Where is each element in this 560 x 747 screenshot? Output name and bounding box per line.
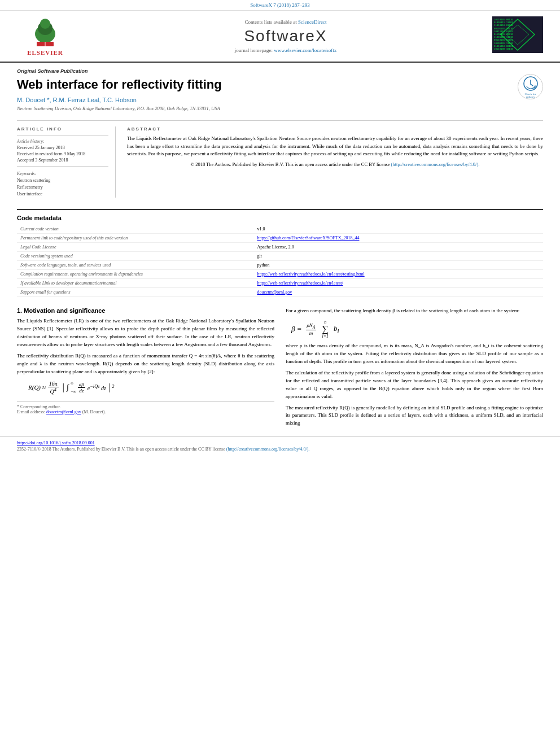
abstract-text: The Liquids Reflectometer at Oak Ridge N… bbox=[127, 135, 543, 158]
article-type: Original Software Publication bbox=[17, 68, 543, 74]
journal-homepage: journal homepage: www.elsevier.com/locat… bbox=[79, 47, 492, 53]
section1-title: 1. Motivation and significance bbox=[17, 307, 274, 314]
metadata-value-compilation: https://web-reflectivity.readthedocs.io/… bbox=[253, 270, 543, 279]
keyword-1: Neutron scattering bbox=[17, 177, 108, 184]
metadata-label-languages: Software code languages, tools, and serv… bbox=[17, 261, 253, 270]
metadata-label-compilation: Compilation requirements, operating envi… bbox=[17, 270, 253, 279]
check-for-updates-badge: Check forupdates bbox=[518, 74, 543, 99]
article-info-heading: ARTICLE INFO bbox=[17, 126, 108, 132]
metadata-value-docs: https://web-reflectivity.readthedocs.io/… bbox=[253, 279, 543, 288]
right-para3: The calculation of the reflectivity prof… bbox=[286, 369, 543, 401]
divider-keywords bbox=[17, 166, 108, 167]
received-date: Received 25 January 2018 bbox=[17, 145, 108, 150]
article-title: Web interface for reflectivity fitting bbox=[17, 77, 518, 92]
section1-para1: The Liquids Reflectometer (LR) is one of… bbox=[17, 317, 274, 349]
metadata-label-vcs: Code versioning system used bbox=[17, 252, 253, 261]
right-para2: where ρ is the mass density of the compo… bbox=[286, 342, 543, 366]
formula-fraction: 16π Q4 bbox=[48, 381, 59, 395]
metadata-label-email: Support email for questions bbox=[17, 288, 253, 297]
metadata-row-compilation: Compilation requirements, operating envi… bbox=[17, 270, 543, 279]
divider-1 bbox=[17, 120, 543, 121]
article-body: Original Software Publication Web interf… bbox=[0, 68, 560, 431]
formula-rq: R(Q) ≈ 16π Q4 | ∫ ∞ −∞ dβ dz bbox=[28, 381, 274, 395]
svg-point-3 bbox=[40, 19, 50, 29]
metadata-row-docs: If available Link to developer documenta… bbox=[17, 279, 543, 288]
doi-anchor[interactable]: https://doi.org/10.1016/j.softx.2018.09.… bbox=[17, 440, 95, 445]
metadata-value-license: Apache License, 2.0 bbox=[253, 243, 543, 252]
section1-para2: The reflectivity distribution R(Q) is me… bbox=[17, 352, 274, 376]
metadata-row-license: Legal Code License Apache License, 2.0 bbox=[17, 243, 543, 252]
metadata-value-languages: python bbox=[253, 261, 543, 270]
keywords-label: Keywords: bbox=[17, 171, 108, 176]
authors: M. Doucet *, R.M. Ferraz Leal, T.C. Hobs… bbox=[17, 97, 518, 103]
section1-number: 1. bbox=[17, 307, 22, 314]
metadata-row-email: Support email for questions doucetm@ornl… bbox=[17, 288, 543, 297]
metadata-label-docs: If available Link to developer documenta… bbox=[17, 279, 253, 288]
info-abstract-section: ARTICLE INFO Article history: Received 2… bbox=[17, 126, 543, 198]
sciencedirect-link[interactable]: ScienceDirect bbox=[298, 19, 326, 25]
journal-citation: SoftwareX 7 (2018) 287–293 bbox=[250, 2, 310, 8]
elsevier-logo: ELSEVIER bbox=[11, 16, 79, 56]
sum-notation: n ∑ i=1 bbox=[322, 320, 329, 339]
metadata-label-license: Legal Code License bbox=[17, 243, 253, 252]
metadata-label-link: Permanent link to code/repository used o… bbox=[17, 234, 253, 243]
bottom-copyright: 2352-7110/© 2018 The Authors. Published … bbox=[17, 447, 543, 452]
formula-dbdz: dβ dz bbox=[78, 382, 85, 394]
code-metadata-title: Code metadata bbox=[17, 215, 543, 221]
abstract-heading: ABSTRACT bbox=[127, 126, 543, 132]
section1-name: Motivation and significance bbox=[24, 307, 105, 314]
metadata-value-vcs: git bbox=[253, 252, 543, 261]
cc-link[interactable]: (http://creativecommons.org/licenses/by/… bbox=[391, 161, 480, 167]
metadata-value-link: https://github.com/ElsevierSoftwareX/SOF… bbox=[253, 234, 543, 243]
metadata-row-vcs: Code versioning system used git bbox=[17, 252, 543, 261]
contents-line: Contents lists available at ScienceDirec… bbox=[79, 19, 492, 25]
code-image: 10110101 00110 01001011 11001 11010110 0… bbox=[492, 16, 543, 53]
bottom-cc-link[interactable]: (http://creativecommons.org/licenses/by/… bbox=[226, 447, 310, 452]
footnote-section: * Corresponding author. E-mail address: … bbox=[17, 401, 274, 414]
metadata-row-link: Permanent link to code/repository used o… bbox=[17, 234, 543, 243]
beta-fraction: ρNA m bbox=[306, 322, 317, 336]
main-content: 1. Motivation and significance The Liqui… bbox=[17, 307, 543, 431]
revised-date: Received in revised form 9 May 2018 bbox=[17, 151, 108, 156]
keyword-3: User interface bbox=[17, 191, 108, 198]
svg-marker-7 bbox=[506, 25, 529, 45]
right-column: For a given compound, the scattering len… bbox=[286, 307, 543, 431]
right-logo: 10110101 00110 01001011 11001 11010110 0… bbox=[492, 16, 549, 56]
top-bar: SoftwareX 7 (2018) 287–293 bbox=[0, 0, 560, 11]
doi-link: https://doi.org/10.1016/j.softx.2018.09.… bbox=[17, 440, 543, 445]
metadata-label-version: Current code version bbox=[17, 225, 253, 234]
footnote-email-link[interactable]: doucetm@ornl.gov bbox=[46, 409, 81, 414]
homepage-link[interactable]: www.elsevier.com/locate/softx bbox=[274, 47, 336, 53]
metadata-value-email: doucetm@ornl.gov bbox=[253, 288, 543, 297]
metadata-value-version: v1.0 bbox=[253, 225, 543, 234]
journal-title: SoftwareX bbox=[79, 27, 492, 45]
svg-marker-6 bbox=[501, 19, 535, 50]
history-label: Article history: bbox=[17, 139, 108, 144]
left-column: 1. Motivation and significance The Liqui… bbox=[17, 307, 274, 431]
affiliation: Neutron Scattering Division, Oak Ridge N… bbox=[17, 106, 518, 111]
metadata-table: Current code version v1.0 Permanent link… bbox=[17, 225, 543, 297]
right-para1: For a given compound, the scattering len… bbox=[286, 307, 543, 315]
footnote-email: E-mail address: doucetm@ornl.gov (M. Dou… bbox=[17, 409, 274, 414]
beta-formula: β = ρNA m n ∑ i=1 bi bbox=[291, 320, 543, 339]
abstract-section: ABSTRACT The Liquids Reflectometer at Oa… bbox=[127, 126, 543, 198]
right-para4: The measured reflectivity R(Q) is genera… bbox=[286, 404, 543, 428]
elsevier-text: ELSEVIER bbox=[27, 49, 63, 56]
code-metadata: Code metadata Current code version v1.0 … bbox=[17, 209, 543, 297]
metadata-row-languages: Software code languages, tools, and serv… bbox=[17, 261, 543, 270]
journal-header: ELSEVIER Contents lists available at Sci… bbox=[0, 11, 560, 63]
journal-center: Contents lists available at ScienceDirec… bbox=[79, 19, 492, 53]
copyright-line: © 2018 The Authors. Published by Elsevie… bbox=[127, 161, 543, 167]
accepted-date: Accepted 3 September 2018 bbox=[17, 158, 108, 163]
metadata-row-version: Current code version v1.0 bbox=[17, 225, 543, 234]
article-info: ARTICLE INFO Article history: Received 2… bbox=[17, 126, 116, 198]
footnote-corresponding: * Corresponding author. bbox=[17, 404, 274, 409]
divider-info bbox=[17, 135, 108, 136]
keyword-2: Reflectometry bbox=[17, 184, 108, 191]
bottom-links: https://doi.org/10.1016/j.softx.2018.09.… bbox=[0, 436, 560, 455]
